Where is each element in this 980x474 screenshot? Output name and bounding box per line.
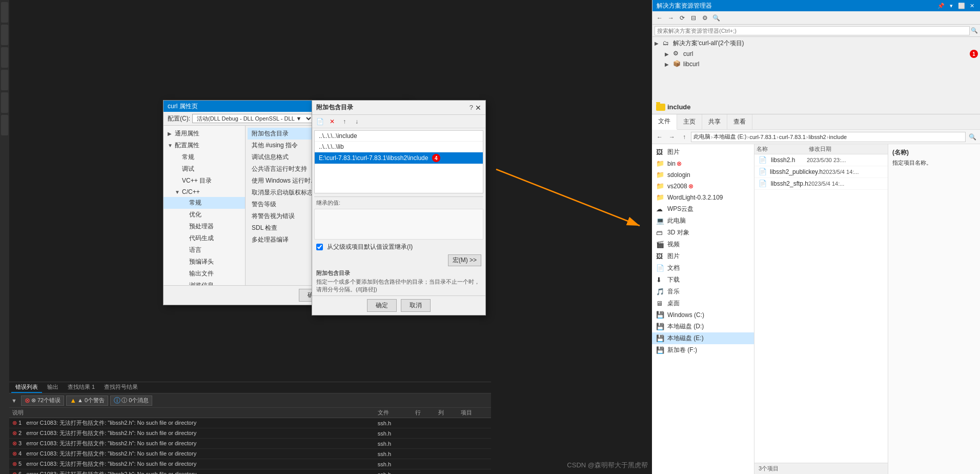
dialog-tree-item-1[interactable]: ▼ 配置属性	[164, 140, 245, 151]
se-item-libcurl[interactable]: ▶ 📦 libcurl	[652, 59, 980, 69]
se-close-btn[interactable]: ✕	[968, 2, 976, 10]
se-forward-btn[interactable]: →	[666, 13, 676, 23]
error-row-5[interactable]: ⊗ 6 error C1083: 无法打开包括文件: "libssh2.h": …	[9, 469, 491, 475]
dialog-tree-item-0[interactable]: ▶ 通用属性	[164, 128, 245, 140]
fe-tab-home[interactable]: 主页	[677, 114, 702, 130]
fe-nav-item-12[interactable]: 🎵音乐	[652, 286, 754, 298]
macro-btn[interactable]: 宏(M) >>	[448, 254, 481, 266]
error-row-3[interactable]: ⊗ 4 error C1083: 无法打开包括文件: "libssh2.h": …	[9, 449, 491, 459]
ai-cancel-btn[interactable]: 取消	[401, 299, 431, 312]
fe-up-btn[interactable]: ↑	[679, 131, 690, 143]
config-label: 配置(C):	[168, 114, 190, 123]
filter-warnings-btn[interactable]: ▲ ▲ 0个警告	[66, 396, 108, 406]
help-btn[interactable]: ?	[469, 104, 473, 112]
include-item-2[interactable]: E:\curl-7.83.1\curl-7.83.1\libssh2\inclu…	[315, 152, 483, 164]
sidebar-item-4[interactable]	[1, 70, 8, 90]
move-down-btn[interactable]: ↓	[351, 116, 362, 127]
fe-back-btn[interactable]: ←	[654, 131, 665, 143]
include-item-0[interactable]: ..\..\.\..\include	[315, 131, 483, 142]
dialog-tree-item-10[interactable]: 语言	[164, 244, 245, 256]
tab-output[interactable]: 输出	[43, 382, 63, 393]
se-max-btn[interactable]: ⬜	[957, 2, 966, 10]
se-search-btn[interactable]: 🔍	[711, 13, 721, 23]
fe-file-item-1[interactable]: 📄 libssh2_publickey.h 2023/5/4 14:...	[754, 166, 888, 178]
dialog-tree-item-12[interactable]: 输出文件	[164, 268, 245, 280]
dialog-tree-item-8[interactable]: 预处理器	[164, 221, 245, 232]
add-include-close-btn[interactable]: ✕	[475, 104, 481, 112]
filter-messages-btn[interactable]: ⓘ ⓘ 0个消息	[110, 396, 152, 406]
filter-errors-btn[interactable]: ⊗ ⊗ 72个错误	[21, 396, 64, 406]
dialog-tree-item-3[interactable]: 调试	[164, 163, 245, 175]
se-root-item[interactable]: ▶ 🗂 解决方案'curl-all'(2个项目)	[652, 38, 980, 49]
se-settings-btn[interactable]: ⚙	[700, 13, 710, 23]
dialog-tree-item-2[interactable]: 常规	[164, 151, 245, 163]
se-title: 解决方案资源管理器	[657, 2, 712, 10]
error-row-4[interactable]: ⊗ 5 error C1083: 无法打开包括文件: "libssh2.h": …	[9, 459, 491, 469]
tab-find-symbol[interactable]: 查找符号结果	[100, 382, 142, 393]
dialog-tree-item-13[interactable]: 浏览信息	[164, 280, 245, 285]
fe-file-item-2[interactable]: 📄 libssh2_sftp.h 2023/5/4 14:...	[754, 178, 888, 190]
se-search-input[interactable]	[655, 26, 970, 35]
error-row-1[interactable]: ⊗ 2 error C1083: 无法打开包括文件: "libssh2.h": …	[9, 428, 491, 439]
se-pin-btn[interactable]: 📌	[937, 2, 945, 10]
tab-error-list[interactable]: 错误列表	[11, 382, 42, 393]
fe-nav-item-6[interactable]: 💻此电脑	[652, 215, 754, 227]
se-down-btn[interactable]: ▾	[947, 2, 955, 10]
fe-search-btn[interactable]: 🔍	[967, 131, 978, 143]
error-row-0[interactable]: ⊗ 1 error C1083: 无法打开包括文件: "libssh2.h": …	[9, 418, 491, 428]
dialog-tree-item-9[interactable]: 代码生成	[164, 232, 245, 244]
dialog-tree-item-6[interactable]: 常规	[164, 197, 245, 209]
fe-nav-icon-2: 📁	[656, 171, 665, 179]
sidebar-item-3[interactable]	[1, 47, 8, 68]
fe-nav-item-14[interactable]: 💾Windows (C:)	[652, 309, 754, 321]
fe-nav-item-9[interactable]: 🖼图片	[652, 250, 754, 262]
tab-find-results[interactable]: 查找结果 1	[64, 382, 99, 393]
include-item-1[interactable]: ..\..\.\..\lib	[315, 142, 483, 152]
fe-nav-item-8[interactable]: 🎬视频	[652, 239, 754, 250]
dialog-tree-item-5[interactable]: ▼ C/C++	[164, 187, 245, 197]
fe-tab-view[interactable]: 查看	[727, 114, 752, 130]
config-select[interactable]: 活动(DLL Debug - DLL OpenSSL - DLL ▼	[192, 114, 313, 123]
fe-file-item-0[interactable]: 📄 libssh2.h 2023/5/30 23:...	[754, 154, 888, 166]
se-item-curl[interactable]: ▶ ⚙ curl 1	[652, 49, 980, 59]
fe-forward-btn[interactable]: →	[666, 131, 678, 143]
fe-tab-share[interactable]: 共享	[702, 114, 727, 130]
fe-nav-item-17[interactable]: 💾新加卷 (F:)	[652, 344, 754, 356]
error-row-2[interactable]: ⊗ 3 error C1083: 无法打开包括文件: "libssh2.h": …	[9, 439, 491, 449]
se-filter-btn[interactable]: ⊟	[688, 13, 699, 23]
fe-nav-item-16[interactable]: 💾本地磁盘 (E:)	[652, 332, 754, 344]
sidebar-item-2[interactable]	[1, 25, 8, 45]
delete-btn[interactable]: ✕	[326, 116, 338, 127]
tree-label-1: 配置属性	[175, 141, 199, 150]
dialog-tree-item-7[interactable]: 优化	[164, 209, 245, 221]
fe-nav-item-0[interactable]: 🖼图片	[652, 146, 754, 158]
fe-nav-item-3[interactable]: 📁vs2008⊗	[652, 181, 754, 192]
se-sync-btn[interactable]: ⟳	[677, 13, 687, 23]
fe-nav-item-11[interactable]: ⬇下载	[652, 274, 754, 286]
fe-nav-item-13[interactable]: 🖥桌面	[652, 298, 754, 309]
fe-nav-icon-12: 🎵	[656, 288, 665, 296]
warning-icon: ▲	[70, 397, 76, 404]
add-new-btn[interactable]: 📄	[314, 116, 325, 127]
fe-address-path[interactable]: 此电脑 › 本地磁盘 (E:) › curl-7.83.1 › curl-7.8…	[691, 132, 966, 142]
fe-nav-label-3: vs2008	[667, 183, 687, 190]
inherit-checkbox[interactable]	[316, 244, 323, 250]
message-count: ⓘ 0个消息	[121, 397, 149, 404]
ai-ok-btn[interactable]: 确定	[367, 299, 397, 312]
fe-nav-item-2[interactable]: 📁sdologin	[652, 169, 754, 181]
move-up-btn[interactable]: ↑	[339, 116, 350, 127]
fe-nav-item-4[interactable]: 📁WordLight-0.3.2.109	[652, 192, 754, 203]
fe-nav-item-15[interactable]: 💾本地磁盘 (D:)	[652, 321, 754, 332]
fe-nav-item-7[interactable]: 🗃3D 对象	[652, 227, 754, 239]
dialog-tree-item-11[interactable]: 预编译头	[164, 256, 245, 268]
sidebar-item-1[interactable]	[1, 2, 8, 23]
dialog-tree-item-4[interactable]: VC++ 目录	[164, 175, 245, 187]
fe-tab-file[interactable]: 文件	[652, 114, 677, 130]
fe-nav-icon-1: 📁	[656, 160, 665, 168]
sidebar-item-6[interactable]	[1, 115, 8, 135]
se-back-btn[interactable]: ←	[655, 13, 665, 23]
fe-nav-item-10[interactable]: 📄文档	[652, 262, 754, 274]
fe-nav-item-5[interactable]: ☁WPS云盘	[652, 203, 754, 215]
sidebar-item-5[interactable]	[1, 92, 8, 113]
fe-nav-item-1[interactable]: 📁bin⊗	[652, 158, 754, 169]
